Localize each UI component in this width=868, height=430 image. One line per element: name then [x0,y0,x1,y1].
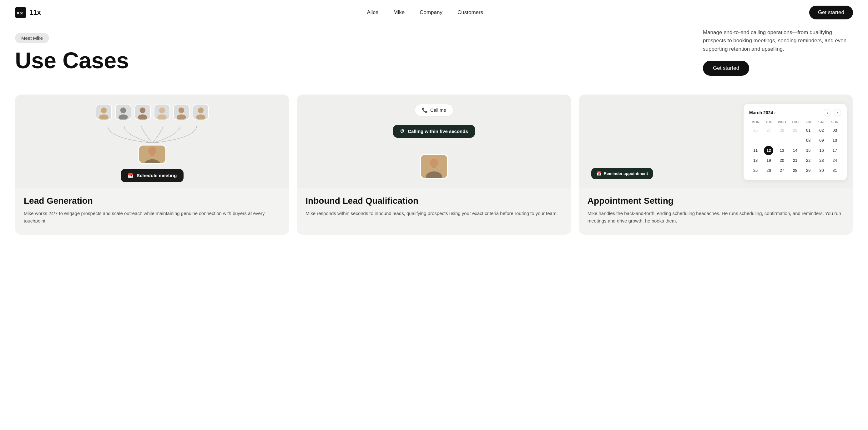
nav-get-started-button[interactable]: Get started [809,6,853,20]
calendar-header: March 2024 › ‹ › [749,109,841,116]
day-fri: FRI [802,120,814,124]
cal-cell[interactable]: 29 [790,126,800,135]
calendar-nav: ‹ › [824,109,841,116]
card1-desc: Mike works 24/7 to engage prospects and … [24,210,280,225]
cal-cell[interactable]: 22 [804,156,813,165]
card1-visual: 📅 Schedule meeting [15,94,289,189]
schedule-meeting-badge: 📅 Schedule meeting [121,169,184,182]
nav-link-company[interactable]: Company [420,9,442,16]
card-lead-generation: 📅 Schedule meeting Lead Generation Mike … [15,94,289,235]
cal-cell[interactable]: 11 [751,146,760,155]
card-inbound: 📞 Call me ⏱ Calling within five seconds [297,94,571,235]
logo-text: 11x [29,8,41,17]
card3-title: Appointment Setting [588,196,844,206]
cal-cell[interactable]: 21 [790,156,800,165]
cal-cell[interactable]: 24 [830,156,840,165]
cal-cell[interactable]: 18 [751,156,760,165]
calendar-icon: 📅 [128,173,133,178]
svg-point-4 [120,107,126,113]
cal-cell[interactable]: 15 [804,146,813,155]
cal-cell[interactable]: 17 [830,146,840,155]
card2-desc: Mike responds within seconds to inbound … [306,210,562,217]
cal-cell[interactable]: 28 [790,166,800,175]
svg-point-8 [159,107,164,113]
reminder-badge: 📅 Reminder appointment [591,168,653,179]
card2-main-avatar [420,154,448,179]
cal-cell[interactable]: 09 [817,136,827,145]
card3-content: Appointment Setting Mike handles the bac… [579,189,853,235]
card2-visual: 📞 Call me ⏱ Calling within five seconds [297,94,571,189]
card-appointment: March 2024 › ‹ › MON TUE WED THU FRI [579,94,853,235]
navbar: ✕✕ 11x Alice Mike Company Customers Get … [0,0,868,25]
calendar-prev-button[interactable]: ‹ [824,109,831,116]
avatar-5 [173,104,189,120]
day-thu: THU [789,120,801,124]
page-title: Use Cases [15,49,690,73]
day-sat: SAT [815,120,828,124]
day-tue: TUE [762,120,775,124]
vertical-connector-2 [434,138,434,146]
cal-cell[interactable] [790,136,800,145]
cal-cell[interactable]: 26 [764,166,773,175]
main-avatar-mike [138,145,166,164]
nav-link-mike[interactable]: Mike [393,9,405,16]
cal-cell[interactable]: 30 [817,166,827,175]
meet-mike-badge: Meet Mike [15,33,49,43]
avatar-3 [134,104,151,120]
cal-cell[interactable]: 19 [764,156,773,165]
svg-point-10 [178,107,184,113]
card3-desc: Mike handles the back-and-forth, ending … [588,210,844,225]
hero-get-started-button[interactable]: Get started [703,61,749,76]
cal-cell[interactable]: 27 [777,166,787,175]
cal-cell[interactable]: 16 [817,146,827,155]
avatar-row [96,104,209,120]
chevron-icon: › [774,110,775,115]
svg-point-3 [99,114,108,120]
avatar-2 [115,104,131,120]
cal-cell-today[interactable]: 12 [764,146,773,155]
cal-cell[interactable]: 29 [777,126,787,135]
cal-cell[interactable]: 10 [830,136,840,145]
cal-cell[interactable]: 03 [830,126,840,135]
cal-cell[interactable]: 20 [777,156,787,165]
svg-point-6 [140,107,145,113]
cal-cell[interactable] [777,136,787,145]
cal-cell[interactable]: 14 [790,146,800,155]
svg-point-7 [138,114,147,120]
phone-icon: 📞 [422,107,428,113]
call-me-label: Call me [430,107,446,113]
calendar-days-header: MON TUE WED THU FRI SAT SUN [749,120,841,124]
svg-point-22 [430,159,438,167]
calendar-next-button[interactable]: › [834,109,841,116]
clock-icon: ⏱ [400,128,405,134]
cal-cell[interactable]: 08 [804,136,813,145]
cal-cell[interactable]: 25 [751,166,760,175]
calendar-grid: 25 27 29 29 01 02 03 08 09 [749,126,841,175]
svg-point-5 [119,114,128,120]
nav-link-alice[interactable]: Alice [367,9,378,16]
reminder-calendar-icon: 📅 [596,171,601,176]
day-wed: WED [776,120,788,124]
card1-content: Lead Generation Mike works 24/7 to engag… [15,189,289,235]
hero-description: Manage end-to-end calling operations—fro… [703,28,853,53]
avatar-6 [193,104,209,120]
cal-cell[interactable]: 23 [817,156,827,165]
cal-cell[interactable] [764,136,773,145]
calling-badge: ⏱ Calling within five seconds [393,125,475,138]
cal-cell[interactable]: 31 [830,166,840,175]
card2-content: Inbound Lead Qualification Mike responds… [297,189,571,227]
cal-cell[interactable]: 29 [804,166,813,175]
card2-title: Inbound Lead Qualification [306,196,562,206]
cal-cell[interactable]: 02 [817,126,827,135]
svg-rect-23 [432,166,436,168]
cal-cell[interactable]: 13 [777,146,787,155]
nav-link-customers[interactable]: Customers [458,9,483,16]
svg-rect-18 [150,153,154,155]
connector-lines [99,126,206,145]
avatar-4 [154,104,170,120]
day-mon: MON [749,120,762,124]
cal-cell[interactable] [751,136,760,145]
cal-cell[interactable]: 27 [764,126,773,135]
cal-cell[interactable]: 01 [804,126,813,135]
cal-cell[interactable]: 25 [751,126,760,135]
